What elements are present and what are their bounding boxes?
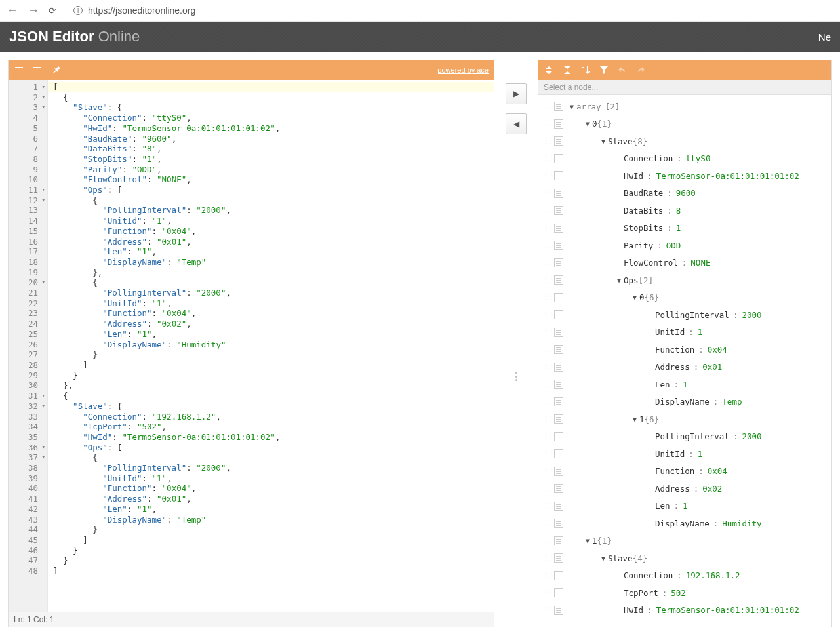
splitter-handle[interactable]: [513, 367, 519, 386]
format-icon[interactable]: [14, 65, 24, 75]
tree-node-key[interactable]: PollingInterval: [655, 431, 729, 441]
drag-handle-icon[interactable]: [544, 296, 551, 298]
tree-node-key[interactable]: DataBits: [624, 206, 663, 216]
context-menu-icon[interactable]: [554, 363, 563, 372]
tree-row[interactable]: Function:0x04: [538, 341, 831, 359]
tree-node-key[interactable]: Len: [655, 501, 670, 511]
drag-handle-icon[interactable]: [544, 523, 551, 525]
tree-node-key[interactable]: Slave: [608, 136, 633, 146]
tree-node-key[interactable]: array: [576, 102, 601, 111]
tree-node-value[interactable]: 0x04: [708, 345, 727, 355]
tree-node-value[interactable]: 1: [698, 327, 703, 337]
tree-row[interactable]: TcpPort:502: [538, 584, 831, 602]
drag-handle-icon[interactable]: [544, 157, 551, 159]
tree-node-key[interactable]: BaudRate: [624, 188, 663, 198]
tree-node-value[interactable]: 0x04: [708, 466, 727, 476]
tree-node-value[interactable]: 502: [671, 588, 686, 598]
drag-handle-icon[interactable]: [544, 574, 551, 576]
context-menu-icon[interactable]: [554, 206, 563, 215]
filter-icon[interactable]: [599, 65, 609, 75]
code-content[interactable]: [ { "Slave": { "Connection": "ttyS0", "H…: [48, 80, 494, 612]
sort-icon[interactable]: [580, 65, 591, 75]
expand-icon[interactable]: ▼: [614, 277, 624, 284]
tree-row[interactable]: DisplayName:Temp: [538, 393, 831, 411]
context-menu-icon[interactable]: [554, 536, 563, 545]
menu-item[interactable]: Ne: [818, 31, 831, 43]
context-menu-icon[interactable]: [554, 136, 563, 146]
drag-handle-icon[interactable]: [544, 227, 551, 229]
tree-node-key[interactable]: HwId: [624, 171, 643, 181]
tree-node-key[interactable]: FlowControl: [624, 258, 678, 267]
tree-row[interactable]: PollingInterval:2000: [538, 306, 831, 324]
tree-row[interactable]: Len :1: [538, 498, 831, 515]
tree-row[interactable]: Len :1: [538, 376, 831, 393]
drag-handle-icon[interactable]: [544, 192, 551, 194]
tree-row[interactable]: DisplayName:Humidity: [538, 515, 831, 532]
tree-row[interactable]: StopBits:1: [538, 220, 831, 237]
expand-all-icon[interactable]: [544, 65, 554, 75]
copy-right-button[interactable]: ▶: [506, 83, 527, 104]
tree-view[interactable]: ▼array [2]▼0 {1}▼Slave {8}Connection:tty…: [538, 95, 831, 627]
context-menu-icon[interactable]: [554, 154, 563, 163]
tree-node-value[interactable]: 1: [683, 501, 688, 511]
drag-handle-icon[interactable]: [544, 245, 551, 247]
tree-row[interactable]: Address:0x01: [538, 359, 831, 376]
drag-handle-icon[interactable]: [544, 384, 551, 386]
tree-row[interactable]: UnitId:1: [538, 324, 831, 342]
tree-row[interactable]: ▼1 {1}: [538, 532, 831, 550]
tree-node-key[interactable]: TcpPort: [624, 588, 658, 598]
tree-node-key[interactable]: Ops: [624, 275, 639, 285]
tree-node-value[interactable]: ODD: [666, 241, 681, 250]
expand-icon[interactable]: ▼: [599, 138, 608, 145]
drag-handle-icon[interactable]: [544, 210, 551, 212]
tree-row[interactable]: ▼0 {1}: [538, 115, 831, 133]
tree-node-value[interactable]: Humidity: [722, 519, 761, 528]
context-menu-icon[interactable]: [554, 119, 563, 129]
compact-icon[interactable]: [32, 65, 43, 75]
drag-handle-icon[interactable]: [544, 175, 551, 177]
context-menu-icon[interactable]: [554, 328, 563, 337]
tree-row[interactable]: Function:0x04: [538, 463, 831, 481]
tree-row[interactable]: ▼1 {6}: [538, 410, 831, 428]
context-menu-icon[interactable]: [554, 553, 563, 563]
tree-node-key[interactable]: Connection: [624, 570, 673, 580]
nav-back-icon[interactable]: ←: [7, 4, 18, 18]
tree-row[interactable]: FlowControl:NONE: [538, 254, 831, 272]
reload-icon[interactable]: ⟳: [49, 5, 56, 16]
repair-icon[interactable]: [50, 65, 61, 75]
drag-handle-icon[interactable]: [544, 418, 551, 420]
node-breadcrumb[interactable]: Select a node...: [538, 80, 831, 95]
tree-node-value[interactable]: TermoSensor-0a:01:01:01:01:02: [656, 171, 799, 181]
drag-handle-icon[interactable]: [544, 106, 551, 108]
tree-node-value[interactable]: 8: [676, 206, 681, 216]
context-menu-icon[interactable]: [554, 345, 563, 354]
tree-node-key[interactable]: 0: [592, 119, 597, 129]
tree-row[interactable]: ▼0 {6}: [538, 289, 831, 307]
tree-node-key[interactable]: 1: [639, 414, 645, 424]
drag-handle-icon[interactable]: [544, 540, 551, 542]
tree-node-key[interactable]: DisplayName: [655, 397, 710, 406]
drag-handle-icon[interactable]: [544, 505, 551, 507]
tree-node-key[interactable]: 1: [592, 536, 597, 545]
tree-row[interactable]: ▼Slave {4}: [538, 549, 831, 567]
context-menu-icon[interactable]: [554, 502, 563, 511]
tree-node-value[interactable]: 192.168.1.2: [686, 570, 740, 580]
context-menu-icon[interactable]: [554, 224, 563, 233]
drag-handle-icon[interactable]: [544, 401, 551, 403]
expand-icon[interactable]: ▼: [583, 120, 592, 127]
tree-node-value[interactable]: 1: [683, 380, 688, 389]
context-menu-icon[interactable]: [554, 310, 563, 319]
context-menu-icon[interactable]: [554, 588, 563, 597]
drag-handle-icon[interactable]: [544, 140, 551, 142]
tree-node-key[interactable]: Len: [655, 380, 670, 389]
tree-row[interactable]: BaudRate:9600: [538, 185, 831, 203]
context-menu-icon[interactable]: [554, 241, 563, 250]
tree-node-key[interactable]: 0: [639, 292, 645, 302]
tree-node-key[interactable]: Function: [655, 345, 694, 355]
tree-node-value[interactable]: 2000: [742, 310, 761, 320]
collapse-all-icon[interactable]: [562, 65, 572, 75]
tree-node-key[interactable]: Address: [655, 484, 690, 494]
tree-node-key[interactable]: HwId: [624, 605, 643, 615]
nav-forward-icon[interactable]: →: [28, 4, 39, 18]
tree-row[interactable]: UnitId:1: [538, 445, 831, 463]
